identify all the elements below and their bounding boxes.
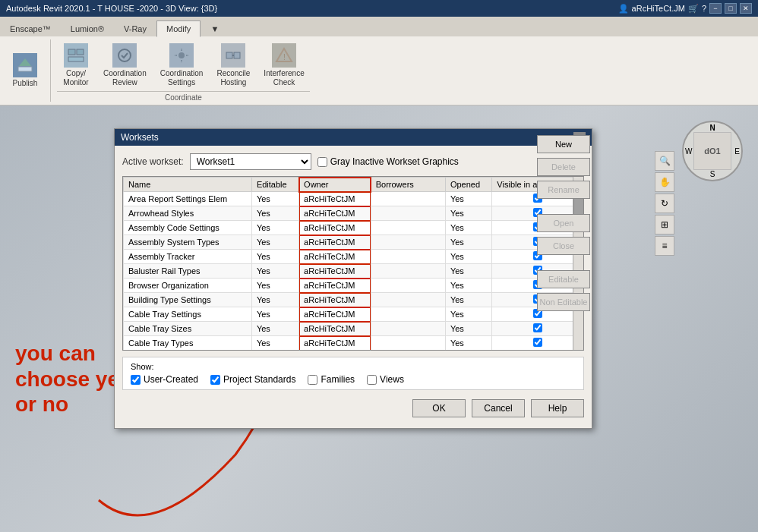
tab-enscape[interactable]: Enscape™	[0, 20, 61, 36]
cell-borrowers	[371, 206, 445, 221]
cell-name: Browser Organization	[124, 279, 252, 293]
cell-editable: Yes	[251, 264, 298, 279]
project-standards-checkbox[interactable]	[210, 375, 220, 385]
open-button[interactable]: Open	[537, 214, 590, 232]
cell-opened: Yes	[445, 351, 491, 351]
cell-visible	[492, 336, 583, 351]
coordination-review-button[interactable]: CoordinationReview	[98, 39, 152, 91]
user-created-text: User-Created	[144, 374, 198, 385]
title-bar: Autodesk Revit 2020.1 - T HOUSE -2020 - …	[0, 0, 758, 17]
cell-name: Cable Tray Sizes	[124, 322, 252, 336]
show-title: Show:	[131, 362, 576, 371]
publish-label: Publish	[13, 79, 38, 88]
cell-opened: Yes	[445, 322, 491, 336]
coordination-settings-button[interactable]: CoordinationSettings	[155, 39, 209, 91]
restore-button[interactable]: □	[725, 3, 737, 14]
visible-checkbox[interactable]	[533, 323, 542, 332]
cell-owner: aRcHiTeCtJM	[299, 307, 371, 322]
cell-editable: Yes	[251, 250, 298, 264]
dialog-title-bar: Worksets ✕	[115, 129, 592, 146]
gray-inactive-label[interactable]: Gray Inactive Workset Graphics	[317, 156, 459, 167]
publish-button[interactable]: Publish	[6, 49, 44, 92]
tab-dropdown[interactable]: ▼	[201, 20, 229, 36]
interference-check-icon: !	[272, 43, 296, 68]
svg-rect-3	[77, 49, 84, 55]
cell-owner: aRcHiTeCtJM	[299, 279, 371, 293]
ok-button[interactable]: OK	[412, 399, 466, 417]
svg-rect-8	[234, 52, 240, 58]
table-row[interactable]: Baluster Rail Types Yes aRcHiTeCtJM Yes	[124, 264, 583, 279]
rename-button[interactable]: Rename	[537, 181, 590, 199]
cell-name: Baluster Rail Types	[124, 264, 252, 279]
table-area: Name Editable Owner Borrowers Opened Vis…	[122, 176, 584, 357]
table-row[interactable]: Callout Tags Yes aRcHiTeCtJM Yes	[124, 351, 583, 351]
help-button[interactable]: Help	[531, 399, 584, 417]
cell-owner: aRcHiTeCtJM	[299, 192, 371, 206]
visible-checkbox[interactable]	[533, 338, 542, 347]
cell-borrowers	[371, 192, 445, 206]
cell-name: Building Type Settings	[124, 293, 252, 307]
user-created-checkbox[interactable]	[131, 375, 141, 385]
app-title: Autodesk Revit 2020.1 - T HOUSE -2020 - …	[6, 4, 217, 13]
copy-monitor-button[interactable]: Copy/Monitor	[57, 39, 95, 91]
views-checkbox[interactable]	[367, 375, 377, 385]
workset-select[interactable]: Workset1	[190, 153, 311, 170]
table-row[interactable]: Cable Tray Types Yes aRcHiTeCtJM Yes	[124, 336, 583, 351]
minimize-button[interactable]: −	[709, 3, 722, 14]
cell-borrowers	[371, 307, 445, 322]
table-row[interactable]: Building Type Settings Yes aRcHiTeCtJM Y…	[124, 293, 583, 307]
table-row[interactable]: Cable Tray Settings Yes aRcHiTeCtJM Yes	[124, 307, 583, 322]
show-checkboxes: User-Created Project Standards Families	[131, 374, 576, 385]
cell-editable: Yes	[251, 279, 298, 293]
cancel-button[interactable]: Cancel	[472, 399, 525, 417]
gray-inactive-checkbox[interactable]	[317, 157, 327, 167]
title-bar-left: Autodesk Revit 2020.1 - T HOUSE -2020 - …	[6, 4, 217, 13]
interference-check-label: InterferenceCheck	[264, 69, 304, 87]
table-row[interactable]: Cable Tray Sizes Yes aRcHiTeCtJM Yes	[124, 322, 583, 336]
families-label[interactable]: Families	[308, 374, 355, 385]
new-button[interactable]: New	[537, 135, 590, 153]
table-container: Name Editable Owner Borrowers Opened Vis…	[122, 176, 584, 357]
interference-check-button[interactable]: ! InterferenceCheck	[258, 39, 309, 91]
cell-name: Assembly System Types	[124, 235, 252, 250]
project-standards-label[interactable]: Project Standards	[210, 374, 295, 385]
3d-view: N S E W dO1 🔍 ✋ ↻ ⊞ ≡ you can choose yes…	[0, 105, 758, 532]
cell-borrowers	[371, 336, 445, 351]
reconcile-hosting-button[interactable]: ReconcileHosting	[211, 39, 255, 91]
cell-opened: Yes	[445, 206, 491, 221]
cell-owner: aRcHiTeCtJM	[299, 235, 371, 250]
cell-name: Cable Tray Types	[124, 336, 252, 351]
dialog-overlay: Worksets ✕ Active workset: Workset1 Gray…	[0, 105, 758, 532]
non-editable-button[interactable]: Non Editable	[537, 293, 590, 311]
table-row[interactable]: Arrowhead Styles Yes aRcHiTeCtJM Yes	[124, 206, 583, 221]
cell-owner: aRcHiTeCtJM	[299, 250, 371, 264]
tab-modify[interactable]: Modify	[156, 20, 201, 37]
cell-name: Callout Tags	[124, 351, 252, 351]
cell-borrowers	[371, 250, 445, 264]
families-checkbox[interactable]	[308, 375, 317, 385]
table-row[interactable]: Browser Organization Yes aRcHiTeCtJM Yes	[124, 279, 583, 293]
views-text: Views	[380, 374, 404, 385]
table-row[interactable]: Area Report Settings Elem Yes aRcHiTeCtJ…	[124, 192, 583, 206]
coordinate-buttons: Copy/Monitor CoordinationReview Coordina…	[57, 39, 310, 91]
table-row[interactable]: Assembly System Types Yes aRcHiTeCtJM Ye…	[124, 235, 583, 250]
cell-owner: aRcHiTeCtJM	[299, 322, 371, 336]
table-row[interactable]: Assembly Tracker Yes aRcHiTeCtJM Yes	[124, 250, 583, 264]
tab-vray[interactable]: V-Ray	[114, 20, 156, 36]
cell-borrowers	[371, 235, 445, 250]
coordination-settings-icon	[169, 43, 194, 68]
tab-lumion[interactable]: Lumion®	[61, 20, 114, 36]
cell-editable: Yes	[251, 322, 298, 336]
ribbon-content: Publish Copy/Monitor CoordinationReview	[0, 36, 758, 105]
cell-opened: Yes	[445, 293, 491, 307]
svg-text:!: !	[283, 53, 286, 61]
table-row[interactable]: Assembly Code Settings Yes aRcHiTeCtJM Y…	[124, 221, 583, 235]
editable-button[interactable]: Editable	[537, 270, 590, 288]
svg-rect-4	[68, 57, 84, 61]
close-panel-button[interactable]: Close	[537, 237, 590, 255]
delete-button[interactable]: Delete	[537, 158, 590, 176]
close-button[interactable]: ✕	[740, 3, 752, 14]
views-label[interactable]: Views	[367, 374, 404, 385]
cell-owner: aRcHiTeCtJM	[299, 206, 371, 221]
user-created-label[interactable]: User-Created	[131, 374, 198, 385]
